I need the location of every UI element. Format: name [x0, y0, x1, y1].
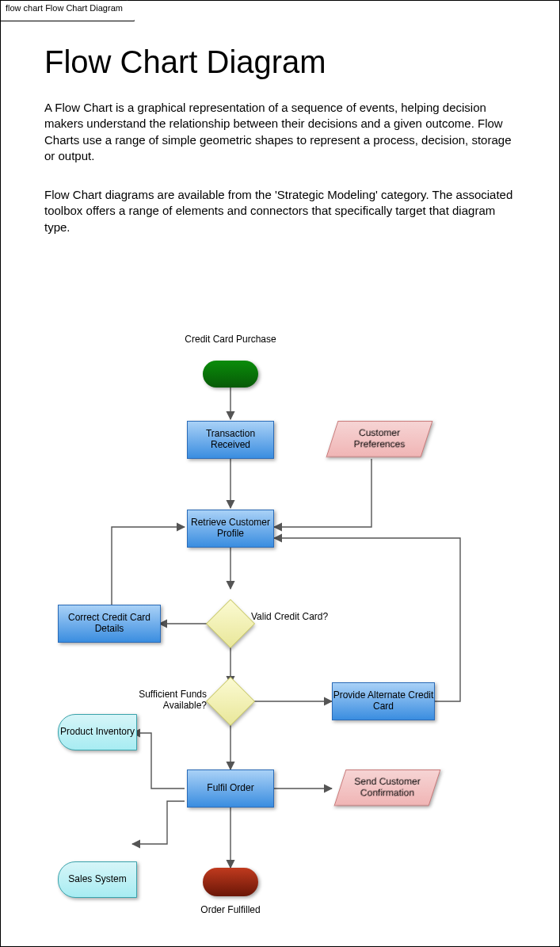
display-sales[interactable]: Sales System	[58, 861, 137, 898]
input-confirm[interactable]: Send Customer Confirmation	[334, 769, 441, 806]
diagram-tab: flow chart Flow Chart Diagram	[0, 0, 135, 21]
display-inventory[interactable]: Product Inventory	[58, 714, 137, 750]
label: Sales System	[68, 874, 126, 885]
input-preferences[interactable]: Customer Preferences	[326, 421, 433, 457]
label: Correct Credit Card Details	[59, 613, 160, 635]
process-fulfil[interactable]: Fulfil Order	[187, 769, 274, 808]
process-correct[interactable]: Correct Credit Card Details	[58, 605, 161, 643]
label: Provide Alternate Credit Card	[333, 690, 434, 712]
decision-funds-label: Sufficient Funds Available?	[120, 689, 207, 711]
label: Transaction Received	[188, 429, 273, 451]
label: Customer Preferences	[333, 428, 426, 450]
label: Product Inventory	[60, 727, 135, 738]
process-alternate[interactable]: Provide Alternate Credit Card	[332, 682, 435, 720]
label: Fulfil Order	[207, 783, 253, 794]
end-label: Order Fulfilled	[187, 904, 274, 915]
decision-valid-label: Valid Credit Card?	[251, 611, 338, 622]
label: Send Customer Confirmation	[341, 777, 434, 799]
label: Retrieve Customer Profile	[188, 517, 273, 540]
connector-layer	[1, 1, 560, 947]
start-label: Credit Card Purchase	[179, 334, 282, 345]
process-transaction[interactable]: Transaction Received	[187, 421, 274, 459]
start-terminator[interactable]	[203, 361, 258, 388]
process-profile[interactable]: Retrieve Customer Profile	[187, 510, 274, 548]
end-terminator[interactable]	[203, 868, 258, 896]
diagram-page: flow chart Flow Chart Diagram Flow Chart…	[0, 0, 560, 947]
